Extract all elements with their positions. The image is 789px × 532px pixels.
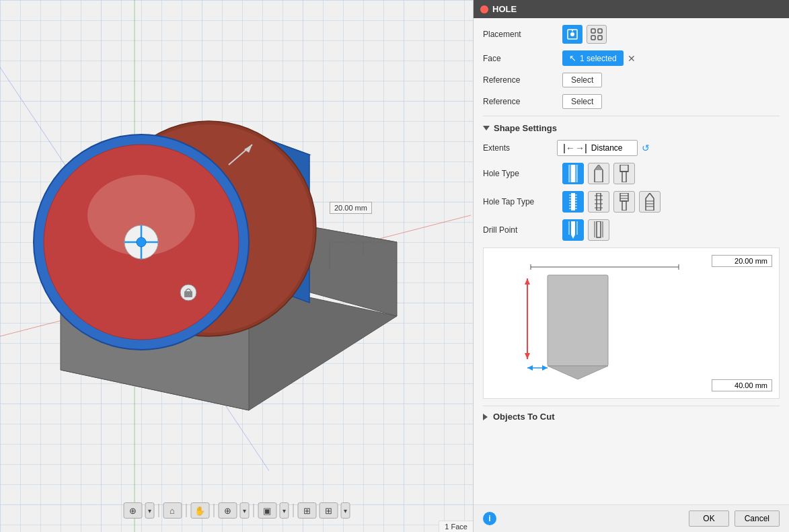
svg-rect-66 [571,221,575,235]
hole-type-btn-2[interactable] [588,163,609,184]
refresh-icon[interactable]: ↺ [642,143,650,153]
hole-type-btn-3[interactable] [613,163,635,184]
placement-icon-2 [591,28,603,40]
svg-rect-34 [591,36,595,40]
panel-title: HOLE [492,4,517,14]
tap-type-icon-1 [566,193,580,211]
svg-rect-70 [597,221,601,237]
svg-marker-80 [527,365,533,371]
top-dim-input[interactable] [712,255,772,267]
shape-settings-header: Shape Settings [483,123,780,133]
placement-icon-1 [566,28,578,40]
placement-row: Placement [483,25,780,44]
svg-rect-32 [591,29,595,33]
bottom-dim-input[interactable] [712,379,772,391]
display-mode-btn[interactable]: ▣ [258,502,276,519]
model-area [20,40,410,457]
svg-rect-35 [598,36,602,40]
tap-type-btn-2[interactable] [588,191,609,213]
collapse-icon[interactable] [483,126,490,130]
dimension-label: 20.00 mm [330,202,372,214]
hole-type-btn-1[interactable] [562,163,584,184]
expand-icon[interactable] [483,414,488,420]
hole-type-icon-3 [617,165,632,182]
footer-left: i [483,512,496,525]
reference1-controls: Select [562,73,780,87]
extents-control: |←→| Distance ↺ [557,140,780,156]
drill-point-label: Drill Point [483,225,557,235]
hole-tap-type-row: Hole Tap Type [483,191,780,213]
hole-tap-type-controls [562,191,780,213]
svg-marker-78 [525,353,530,359]
tap-type-btn-4[interactable] [639,191,661,213]
reference2-controls: Select [562,94,780,109]
reference1-select-btn[interactable]: Select [562,73,602,87]
zoom-fit-btn[interactable]: ⊕ [218,502,237,519]
clear-face-btn[interactable]: ✕ [628,53,636,64]
face-row: Face ↖ 1 selected ✕ [483,50,780,66]
cancel-btn[interactable]: Cancel [735,510,780,527]
toolbar-sep-1 [158,504,159,517]
hole-type-label: Hole Type [483,169,557,178]
svg-marker-81 [542,365,548,371]
reference2-select-btn[interactable]: Select [562,94,602,109]
bottom-toolbar: ⊕ ▾ ⌂ ✋ ⊕ ▾ ▣ ▾ ⊞ ⊞ ▾ [123,502,350,519]
close-dot[interactable] [480,5,488,13]
drill-point-controls [562,219,780,241]
svg-marker-62 [646,193,654,211]
home-btn[interactable]: ⌂ [163,502,182,519]
extents-input[interactable]: |←→| Distance [557,140,638,156]
zoom-dropdown-btn[interactable]: ▾ [239,502,249,519]
face-controls: ↖ 1 selected ✕ [562,50,780,66]
pan-tool-btn[interactable]: ✋ [190,502,209,519]
divider-1 [483,116,780,116]
shape-settings-label: Shape Settings [494,123,557,133]
face-label: Face [483,54,557,63]
svg-marker-77 [525,278,530,284]
extents-row: Extents |←→| Distance ↺ [483,140,780,156]
svg-rect-42 [620,165,628,172]
svg-point-21 [137,237,146,247]
drill-point-btn-1[interactable] [562,219,584,241]
display-dropdown-btn[interactable]: ▾ [279,502,289,519]
placement-btn-1[interactable] [562,25,583,44]
placement-btn-2[interactable] [587,25,607,44]
tap-type-btn-3[interactable] [613,191,635,213]
extents-label: Extents [483,143,557,153]
objects-to-cut-label: Objects To Cut [493,412,554,422]
hole-tap-type-label: Hole Tap Type [483,197,557,206]
reference2-row: Reference Select [483,94,780,109]
footer-right: OK Cancel [689,510,780,527]
drill-point-icon-1 [566,221,580,239]
placement-controls [562,25,780,44]
grid-btn2[interactable]: ⊞ [319,502,338,519]
drill-point-btn-2[interactable] [588,219,609,241]
right-panel: HOLE Placement [473,0,789,532]
svg-rect-23 [184,291,192,297]
grid-btn[interactable]: ⊞ [297,502,316,519]
move-tool-btn[interactable]: ⊕ [123,502,142,519]
face-selected-btn[interactable]: ↖ 1 selected [562,50,624,66]
info-icon[interactable]: i [483,512,496,525]
hole-type-controls [562,163,780,184]
tap-type-btn-1[interactable] [562,191,584,213]
tap-type-icon-2 [591,193,606,211]
bottom-dim-container [712,379,772,391]
reference1-row: Reference Select [483,73,780,87]
toolbar-sep-2 [186,504,186,517]
placement-label: Placement [483,30,557,39]
face-count-status: 1 Face [439,521,473,532]
svg-rect-37 [571,165,575,182]
panel-footer: i OK Cancel [474,504,789,532]
svg-marker-83 [548,366,608,379]
svg-rect-59 [622,201,626,211]
toolbar-sep-3 [213,504,214,517]
move-dropdown-btn[interactable]: ▾ [145,502,154,519]
objects-to-cut-section: Objects To Cut [483,406,780,427]
svg-point-30 [570,32,574,36]
ok-btn[interactable]: OK [689,510,728,527]
grid-dropdown-btn[interactable]: ▾ [340,502,350,519]
svg-rect-58 [620,193,628,201]
panel-header: HOLE [474,0,789,18]
diagram-area [483,248,780,399]
